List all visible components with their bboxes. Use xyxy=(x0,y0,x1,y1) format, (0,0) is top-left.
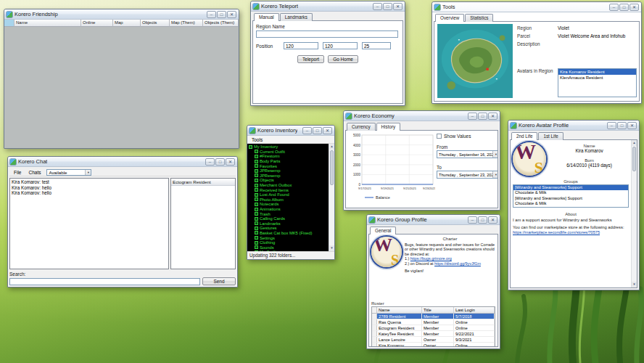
send-button[interactable]: Send xyxy=(202,277,236,285)
from-date-picker[interactable]: Thursday , September 16, 2021 ▾ xyxy=(437,150,498,158)
inventory-folder[interactable]: Gestures xyxy=(255,226,328,231)
titlebar[interactable]: Korero Economy – □ ✕ xyxy=(344,111,500,121)
avatars-list[interactable]: Kira Komarov Resident KlenAmauca Residen… xyxy=(558,68,637,97)
minimize-button[interactable]: – xyxy=(468,216,477,224)
titlebar[interactable]: Korero Chat – □ ✕ xyxy=(8,157,237,167)
marketplace-link[interactable]: https://marketplace.secondlife.com/store… xyxy=(513,230,600,234)
inventory-folder[interactable]: Basket Cat box MK5 (Fixed) xyxy=(255,231,328,236)
inventory-folder[interactable]: Calling Cards xyxy=(255,216,328,221)
minimize-button[interactable]: – xyxy=(373,3,382,10)
inventory-folder[interactable]: Merchant Outbox xyxy=(255,183,328,188)
region-name-input[interactable] xyxy=(256,30,398,38)
inventory-folder[interactable]: Animations xyxy=(255,207,328,212)
chat-input[interactable] xyxy=(9,278,200,285)
column-header-title[interactable]: Title xyxy=(422,307,454,314)
discord-link[interactable]: https://discord.gg/9yvJfGm xyxy=(434,261,481,266)
roster-row[interactable]: 2789 Resident Member 5/7/2018 xyxy=(372,314,495,319)
column-header-online[interactable]: Online xyxy=(81,20,113,27)
dropdown-arrow-icon[interactable]: ▾ xyxy=(85,170,91,175)
region-map[interactable] xyxy=(437,24,513,98)
scroll-down-arrow-icon[interactable]: ▼ xyxy=(632,282,637,287)
tab-landmarks[interactable]: Landmarks xyxy=(280,13,313,21)
roster-list-body[interactable] xyxy=(171,186,235,269)
status-combobox[interactable]: Available ▾ xyxy=(46,169,91,176)
titlebar[interactable]: Korero Group Profile – □ ✕ xyxy=(367,215,500,225)
close-button[interactable]: ✕ xyxy=(627,122,637,129)
roster-row[interactable]: KateyTee Resident Member 9/22/2021 xyxy=(372,331,495,337)
minimize-button[interactable]: – xyxy=(205,158,215,166)
chat-message-list[interactable]: Kira Komarov: test Kira Komarov: hello K… xyxy=(9,178,169,269)
inventory-folder[interactable]: JPResemp xyxy=(255,168,328,174)
inventory-folder[interactable]: #Firestorm xyxy=(255,154,328,159)
roster-row[interactable]: Kira Komarov Owner Online xyxy=(372,343,495,347)
inventory-folder[interactable]: Photo Album xyxy=(255,197,328,203)
scroll-up-arrow-icon[interactable]: ▲ xyxy=(329,144,334,150)
minimize-button[interactable]: – xyxy=(302,127,312,134)
menu-chats[interactable]: Chats xyxy=(25,169,44,176)
minimize-button[interactable]: – xyxy=(607,122,616,129)
inventory-folder[interactable]: My Outfits xyxy=(255,250,328,251)
scroll-up-arrow-icon[interactable]: ▲ xyxy=(632,140,637,146)
groups-list[interactable]: [Wizardry and Steamworks] Support Chocol… xyxy=(513,184,629,208)
scrollbar-thumb[interactable] xyxy=(330,150,334,185)
maximize-button[interactable]: □ xyxy=(313,127,322,134)
row-selector-header[interactable] xyxy=(372,307,377,314)
maximize-button[interactable]: □ xyxy=(383,3,392,10)
avatar-list-item[interactable]: KlenAmauca Resident xyxy=(558,75,636,81)
dropdown-arrow-icon[interactable]: ▾ xyxy=(492,171,498,178)
minimize-button[interactable]: – xyxy=(468,113,477,120)
group-item[interactable]: Chocolate & Milk xyxy=(513,201,628,206)
inventory-folder[interactable]: Landmarks xyxy=(255,221,328,227)
tab-manual[interactable]: Manual xyxy=(254,13,279,21)
group-item[interactable]: Chocolate & Milk xyxy=(513,190,628,195)
inventory-folder[interactable]: Settings xyxy=(255,235,328,240)
inventory-folder[interactable]: Favorites xyxy=(255,163,328,168)
tab-statistics[interactable]: Statistics xyxy=(465,14,493,22)
inventory-folder[interactable]: Current Outfit xyxy=(255,150,328,155)
go-home-button[interactable]: Go Home xyxy=(328,55,358,63)
close-button[interactable]: ✕ xyxy=(323,127,332,134)
inventory-folder[interactable]: Lost And Found xyxy=(255,192,328,197)
maximize-button[interactable]: □ xyxy=(619,4,629,11)
show-values-checkbox[interactable] xyxy=(437,134,442,139)
titlebar[interactable]: Korero Avatar Profile – □ ✕ xyxy=(508,121,639,131)
roster-row[interactable]: Ras Quema Member Online xyxy=(372,319,495,325)
tab-1st-life[interactable]: 1st Life xyxy=(538,132,563,140)
menu-file[interactable]: File xyxy=(10,169,25,176)
dropdown-arrow-icon[interactable]: ▾ xyxy=(492,151,498,158)
avatar-list-item[interactable]: Kira Komarov Resident xyxy=(558,69,636,75)
close-button[interactable]: ✕ xyxy=(629,4,639,11)
row-selector-header[interactable] xyxy=(4,20,15,27)
inventory-folder[interactable]: Clothing xyxy=(255,240,328,245)
bugs-link[interactable]: https://bugs.grimore.org xyxy=(410,256,452,261)
tab-overview[interactable]: Overview xyxy=(435,14,464,22)
tab-2nd-life[interactable]: 2nd Life xyxy=(511,132,537,140)
titlebar[interactable]: Korero Inventory – □ ✕ xyxy=(247,126,334,136)
close-button[interactable]: ✕ xyxy=(226,158,235,166)
column-header-objects[interactable]: Objects xyxy=(141,20,170,27)
minimize-button[interactable]: – xyxy=(207,11,216,18)
column-header-name[interactable]: Name xyxy=(377,307,422,314)
maximize-button[interactable]: □ xyxy=(478,216,487,224)
maximize-button[interactable]: □ xyxy=(217,11,226,18)
close-button[interactable]: ✕ xyxy=(227,11,236,18)
to-date-picker[interactable]: Thursday , September 23, 2021 ▾ xyxy=(437,171,498,179)
tab-history[interactable]: History xyxy=(376,123,401,131)
inventory-folder[interactable]: Trash xyxy=(255,211,328,216)
close-button[interactable]: ✕ xyxy=(393,3,402,10)
column-header-objects-them[interactable]: Objects (Them) xyxy=(203,20,239,27)
group-item[interactable]: [Wizardry and Steamworks] Support xyxy=(513,196,628,201)
titlebar[interactable]: Korero Teleport – □ ✕ xyxy=(251,1,405,12)
inventory-folder[interactable]: My Inventory xyxy=(249,144,328,150)
maximize-button[interactable]: □ xyxy=(478,113,487,120)
tab-general[interactable]: General xyxy=(370,227,396,234)
close-button[interactable]: ✕ xyxy=(488,216,498,224)
scroll-down-arrow-icon[interactable]: ▼ xyxy=(329,245,334,251)
titlebar[interactable]: Tools – □ ✕ xyxy=(432,2,641,12)
teleport-button[interactable]: Teleport xyxy=(297,55,324,63)
column-header-map-them[interactable]: Map (Them) xyxy=(170,20,203,27)
inventory-folder[interactable]: Notecards xyxy=(255,202,328,207)
inventory-tree[interactable]: My Inventory Current Outfit #Firestorm xyxy=(247,144,334,251)
inventory-folder[interactable]: Body Parts xyxy=(255,159,328,164)
column-header-map[interactable]: Map xyxy=(113,20,141,27)
